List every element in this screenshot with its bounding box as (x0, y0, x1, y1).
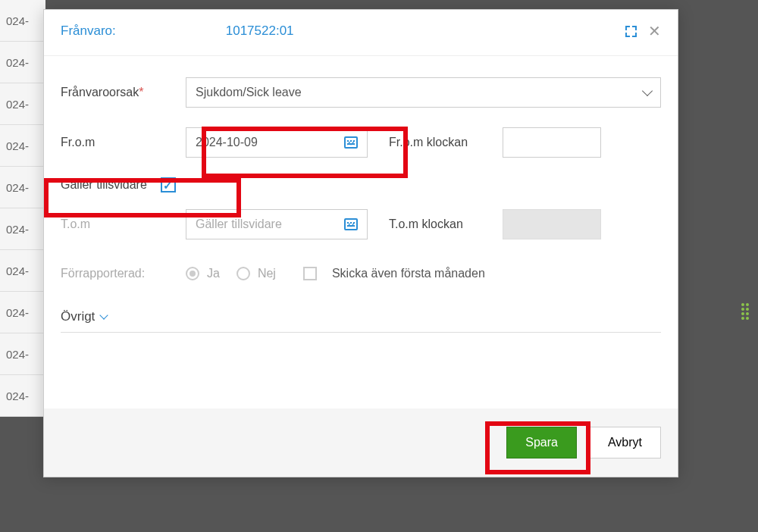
prereport-radio-group: Ja Nej Skicka även första månaden (186, 267, 485, 280)
bg-row: 024- (0, 333, 45, 375)
tillsvidare-label: Gäller tillsvidare (61, 178, 147, 192)
modal-header-actions: ✕ (625, 23, 661, 39)
reason-label: Frånvaroorsak* (61, 86, 186, 99)
prereport-no-radio (236, 267, 250, 280)
from-row: Fr.o.m 2024-10-09 Fr.o.m klockan (61, 127, 661, 158)
expand-icon[interactable] (625, 26, 636, 36)
tom-label: T.o.m (61, 217, 186, 231)
background-column: 024- 024- 024- 024- 024- 024- 024- 024- … (0, 0, 45, 417)
prereport-label: Förrapporterad: (61, 267, 186, 280)
bg-row: 024- (0, 375, 45, 417)
from-date-value: 2024-10-09 (196, 136, 258, 149)
bg-row: 024- (0, 42, 45, 83)
prereport-yes-label: Ja (207, 267, 220, 280)
modal-title: Frånvaro: (61, 23, 116, 39)
reason-label-text: Frånvaroorsak (61, 86, 139, 99)
send-first-label: Skicka även första månaden (332, 267, 485, 280)
send-first-checkbox (303, 267, 317, 280)
tillsvidare-checkbox[interactable] (161, 177, 176, 192)
prereport-no-label: Nej (258, 267, 276, 280)
tom-time-input (503, 209, 601, 239)
tom-row: T.o.m Gäller tillsvidare T.o.m klockan (61, 209, 661, 239)
cancel-button[interactable]: Avbryt (589, 427, 661, 458)
from-time-input[interactable] (503, 127, 601, 158)
from-label: Fr.o.m (61, 136, 186, 149)
reason-row: Frånvaroorsak* Sjukdom/Sick leave (61, 77, 661, 108)
modal-footer: Spara Avbryt (44, 408, 678, 477)
bg-row: 024- (0, 250, 45, 292)
tillsvidare-row: Gäller tillsvidare (61, 177, 661, 192)
modal-header: Frånvaro: 1017522:01 ✕ (44, 10, 678, 56)
bg-row: 024- (0, 292, 45, 333)
calendar-icon (344, 136, 358, 149)
chevron-down-icon (100, 311, 108, 319)
modal-record-id: 1017522:01 (226, 23, 294, 39)
reason-select[interactable]: Sjukdom/Sick leave (186, 77, 661, 108)
required-asterisk: * (139, 86, 143, 99)
prereport-row: Förrapporterad: Ja Nej Skicka även först… (61, 267, 661, 280)
ovrigt-section-toggle[interactable]: Övrigt (61, 309, 661, 333)
chevron-down-icon (642, 86, 653, 96)
reason-select-value: Sjukdom/Sick leave (196, 86, 302, 99)
save-button[interactable]: Spara (506, 427, 577, 458)
bg-row: 024- (0, 208, 45, 250)
close-icon[interactable]: ✕ (648, 23, 661, 39)
tom-time-label: T.o.m klockan (389, 217, 503, 231)
from-time-label: Fr.o.m klockan (389, 136, 503, 149)
absence-modal: Frånvaro: 1017522:01 ✕ Frånvaroorsak* Sj… (43, 9, 678, 477)
bg-row: 024- (0, 125, 45, 167)
bg-row: 024- (0, 83, 45, 125)
drag-handle-icon[interactable] (741, 303, 750, 318)
tom-date-input: Gäller tillsvidare (186, 209, 368, 239)
from-date-input[interactable]: 2024-10-09 (186, 127, 368, 158)
bg-row: 024- (0, 167, 45, 208)
ovrigt-label: Övrigt (61, 309, 95, 324)
tom-date-placeholder: Gäller tillsvidare (196, 217, 282, 231)
prereport-yes-radio (186, 267, 199, 280)
bg-row: 024- (0, 0, 45, 42)
modal-body: Frånvaroorsak* Sjukdom/Sick leave Fr.o.m… (44, 56, 678, 408)
calendar-icon (344, 218, 358, 230)
